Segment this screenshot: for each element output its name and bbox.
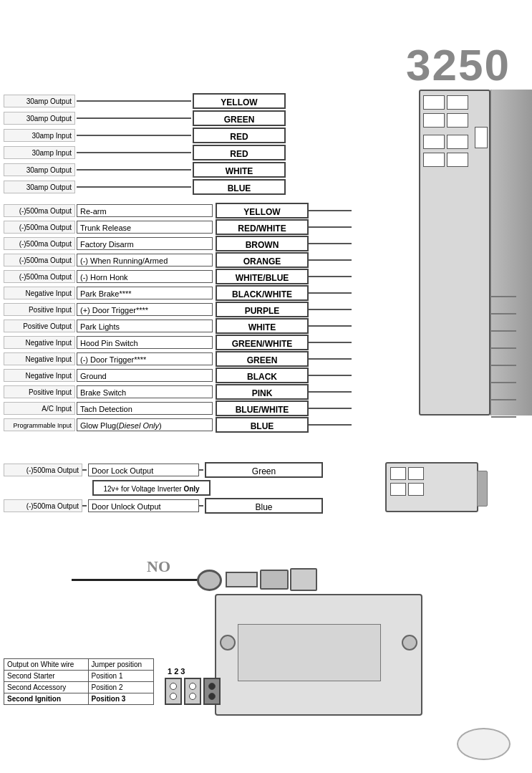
jumper-pin-2 [184, 678, 201, 705]
connector-pin [423, 113, 445, 128]
color-label: WHITE [193, 162, 286, 178]
wire-exit [491, 382, 516, 383]
wire-right-line [309, 391, 352, 393]
rect-connector-2 [260, 570, 289, 590]
connector-pin [423, 135, 445, 149]
wire-left-label: (-)500ma Output [4, 254, 75, 267]
jumper-row-accessory: Second Accessory Position 2 [4, 682, 154, 693]
jumper-header-row: Output on White wire Jumper position [4, 659, 154, 671]
door-connector-graphic [385, 462, 478, 512]
connector-pin [423, 95, 445, 110]
amp-row-5: 30amp Output WHITE [4, 162, 286, 178]
amp-wire [77, 117, 191, 119]
jumper-dot-bottom-filled [208, 693, 216, 700]
wire-color-label: WHITE [216, 318, 309, 334]
wire-center-label: Ground [77, 369, 213, 382]
amp-label: 30amp Output [4, 181, 75, 193]
wire-left-label: A/C Input [4, 402, 75, 415]
wire-center-label: Park Brake**** [77, 287, 213, 299]
jumper-dot-bottom [189, 693, 196, 700]
door-lock-section: (-)500ma Output Door Lock Output Green 1… [4, 462, 323, 516]
jumper-row-starter: Second Starter Position 1 [4, 671, 154, 682]
voltage-inverter-row: 12v+ for Voltage Inverter Only [87, 480, 323, 496]
wire-row-brake-switch: Positive Input Brake Switch PINK [4, 384, 352, 400]
wire-right-line [309, 226, 352, 228]
wire-color-label: PURPLE [216, 302, 309, 317]
wire-center-label: (-) When Running/Armed [77, 254, 213, 267]
wire-color-label: GREEN/WHITE [216, 335, 309, 350]
wire-row-park-brake: Negative Input Park Brake**** BLACK/WHIT… [4, 285, 352, 301]
jumper-table: Output on White wire Jumper position Sec… [4, 658, 154, 705]
connector-circle-left [220, 635, 236, 650]
wire-row-trunk: (-)500ma Output Trunk Release RED/WHITE [4, 219, 352, 235]
jumper-row-label: Second Starter [4, 671, 89, 682]
wire-left-label: (-)500ma Output [4, 221, 75, 234]
jumper-pin-1 [165, 678, 182, 705]
wire-left-label: Positive Input [4, 385, 75, 398]
connector-pin [447, 95, 468, 110]
wire-center-label: Glow Plug(Diesel Only) [77, 418, 213, 431]
wire-color-label: RED/WHITE [216, 219, 309, 235]
door-pin [408, 467, 424, 480]
jumper-section: Output on White wire Jumper position Sec… [4, 658, 154, 705]
wire-left-label: Negative Input [4, 336, 75, 349]
wire-right-line [309, 276, 352, 277]
jumper-dot-top [189, 683, 196, 690]
amp-label: 30amp Output [4, 112, 75, 125]
wire-color-label: BLUE [216, 417, 309, 433]
jumper-diagram: 1 2 3 [165, 667, 221, 705]
wire-row-horn: (-)500ma Output (-) Horn Honk WHITE/BLUE [4, 269, 352, 284]
wire-color-label: BLUE/WHITE [216, 400, 309, 416]
door-wire-segment [199, 469, 203, 471]
amp-label: 30amp Input [4, 129, 75, 142]
door-left-label: (-)500ma Output [4, 464, 82, 476]
wire-center-label: Trunk Release [77, 221, 213, 234]
wire-right-line [309, 309, 352, 310]
rect-connector-1 [226, 572, 258, 587]
wire-color-label: BROWN [216, 236, 309, 251]
wire-row-rearm: (-)500ma Output Re-arm YELLOW [4, 203, 352, 219]
wire-row-door-trigger-neg: Negative Input (-) Door Trigger**** GREE… [4, 351, 352, 367]
wire-row-hood-pin: Negative Input Hood Pin Switch GREEN/WHI… [4, 335, 352, 350]
bottom-connector-inner [238, 624, 381, 681]
wire-right-line [309, 243, 352, 244]
color-label: RED [193, 128, 286, 143]
jumper-col-header-1: Output on White wire [4, 659, 89, 671]
wire-center-label: Hood Pin Switch [77, 336, 213, 349]
wire-row-tach: A/C Input Tach Detection BLUE/WHITE [4, 400, 352, 416]
page-title: 3250 [406, 39, 511, 90]
wire-color-label: GREEN [216, 351, 309, 367]
amp-row-1: 30amp Output YELLOW [4, 93, 286, 109]
wire-exit [491, 313, 516, 315]
door-pin [390, 483, 406, 496]
amp-wire [77, 152, 191, 153]
wire-row-ground: Negative Input Ground BLACK [4, 368, 352, 383]
jumper-row-label: Second Ignition [4, 693, 89, 705]
wire-right-line [309, 342, 352, 343]
jumper-diagram-label: 1 2 3 [168, 667, 221, 676]
door-color-label: Blue [205, 498, 323, 514]
wire-left-label: Negative Input [4, 352, 75, 365]
wire-right-line [309, 375, 352, 376]
wire-center-label: (-) Door Trigger**** [77, 352, 213, 365]
amp-wire [77, 169, 191, 171]
door-wire-segment [82, 469, 87, 471]
amp-row-3: 30amp Input RED [4, 128, 286, 143]
wire-left-label: (-)500ma Output [4, 204, 75, 217]
jumper-row-value: Position 2 [88, 682, 153, 693]
amp-row-2: 30amp Output GREEN [4, 110, 286, 126]
side-connector-bar [490, 90, 532, 416]
amp-label: 30amp Input [4, 146, 75, 159]
wire-center-label: Brake Switch [77, 385, 213, 398]
wire-row-door-trigger-pos: Positive Input (+) Door Trigger**** PURP… [4, 302, 352, 317]
connector-pin [447, 113, 468, 128]
connector-pin [447, 135, 468, 149]
wire-left-label: Positive Output [4, 320, 75, 332]
wire-color-label: PINK [216, 384, 309, 400]
jumper-col-header-2: Jumper position [88, 659, 153, 671]
wire-color-label: WHITE/BLUE [216, 269, 309, 284]
wire-row-running-armed: (-)500ma Output (-) When Running/Armed O… [4, 252, 352, 268]
wire-color-label: BLACK [216, 368, 309, 383]
bottom-connector-box [215, 594, 422, 716]
color-label: BLUE [193, 179, 286, 195]
